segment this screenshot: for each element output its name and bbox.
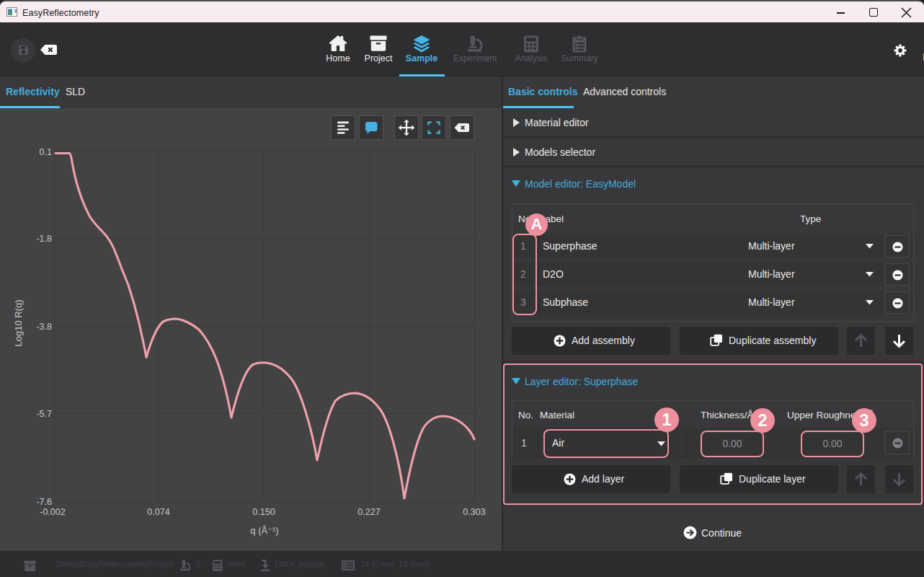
svg-text:-5.7: -5.7 (36, 409, 52, 419)
svg-text:q (Å⁻¹): q (Å⁻¹) (250, 525, 278, 536)
svg-text:-0.002: -0.002 (40, 507, 65, 517)
svg-text:0.1: 0.1 (40, 147, 52, 157)
svg-text:-3.8: -3.8 (36, 322, 52, 332)
svg-text:-1.8: -1.8 (36, 234, 52, 244)
svg-text:0.227: 0.227 (357, 507, 380, 517)
svg-text:0.150: 0.150 (252, 507, 275, 517)
svg-text:0.303: 0.303 (463, 507, 485, 517)
svg-text:-7.6: -7.6 (36, 497, 52, 507)
svg-text:Log10 R(q): Log10 R(q) (13, 299, 24, 346)
svg-text:0.074: 0.074 (147, 507, 169, 517)
